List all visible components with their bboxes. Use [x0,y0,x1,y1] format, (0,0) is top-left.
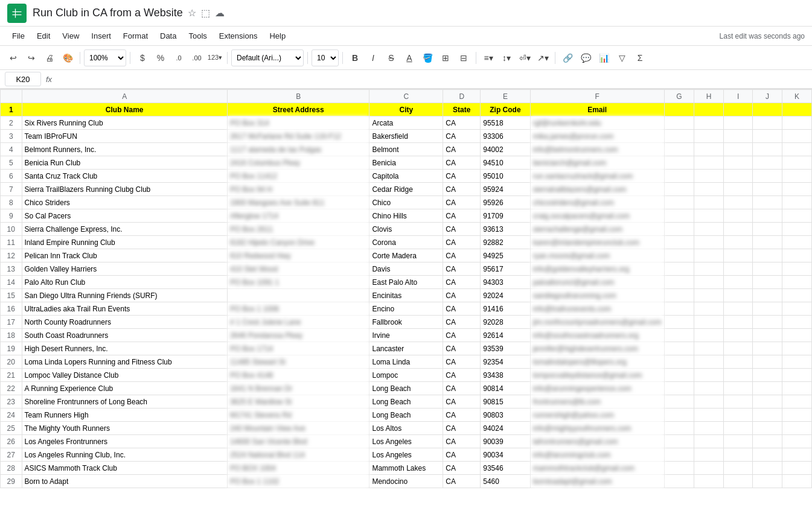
cell-i-12[interactable] [724,249,753,262]
decimal-up-button[interactable]: .00 [188,49,205,66]
cell-email-14[interactable]: paloaltoruncl@gmail.com [530,276,664,289]
cell-i-28[interactable] [724,462,753,475]
menu-extensions[interactable]: Extensions [214,29,263,43]
cell-i-27[interactable] [724,448,753,462]
cell-address-2[interactable]: PO Box 314 [227,116,369,130]
cell-j-12[interactable] [753,249,782,262]
cell-club-24[interactable]: Team Runners High [22,409,227,422]
menu-format[interactable]: Format [118,29,153,43]
cell-club-3[interactable]: Team IBProFUN [22,130,227,143]
cell-zip-7[interactable]: 95924 [481,183,530,196]
cell-email-7[interactable]: sierratrailblazers@gmail.com [530,183,664,196]
cell-g-5[interactable] [664,156,694,170]
cell-k-7[interactable] [782,183,811,196]
cell-state-15[interactable]: CA [443,289,481,302]
cell-k-17[interactable] [782,316,811,329]
cell-g-28[interactable] [664,462,694,475]
menu-data[interactable]: Data [155,29,181,43]
cell-email-19[interactable]: jennifer@highdesertrunners.com [530,342,664,355]
link-button[interactable]: 🔗 [559,49,576,66]
cell-state-5[interactable]: CA [443,156,481,170]
cell-club-6[interactable]: Santa Cruz Track Club [22,170,227,183]
cell-email-10[interactable]: sierrachallenge@gmail.com [530,223,664,236]
cell-g-29[interactable] [664,475,694,488]
cell-h-2[interactable] [694,116,724,130]
cell-g-11[interactable] [664,236,694,249]
undo-button[interactable]: ↩ [5,49,22,66]
cell-city-24[interactable]: Long Beach [369,409,443,422]
cell-address-3[interactable]: 2617 McFarlane Rd Suite 116-F12 [227,130,369,143]
cell-k-27[interactable] [782,448,811,462]
cell-city-2[interactable]: Arcata [369,116,443,130]
cell-zip-2[interactable]: 95518 [481,116,530,130]
cell-email-3[interactable]: mika.james@prorun.com [530,130,664,143]
chart-button[interactable]: 📊 [595,49,612,66]
cell-k-6[interactable] [782,170,811,183]
cell-state-12[interactable]: CA [443,249,481,262]
cell-club-17[interactable]: North County Roadrunners [22,316,227,329]
cell-j-28[interactable] [753,462,782,475]
cell-address-11[interactable]: 6182 Hijedo Canyon Drive [227,236,369,249]
cell-j-14[interactable] [753,276,782,289]
cell-k-28[interactable] [782,462,811,475]
col-header-j[interactable]: J [753,90,782,103]
col-header-g[interactable]: G [664,90,694,103]
cell-i1[interactable] [724,103,753,116]
zoom-select[interactable]: 100%75%125% [84,49,126,66]
cell-address-27[interactable]: 2524 National Blvd 114 [227,448,369,462]
cell-email-29[interactable]: borntoadapt@gmail.com [530,475,664,488]
cell-h-26[interactable] [694,435,724,448]
cell-club-5[interactable]: Benicia Run Club [22,156,227,170]
cell-club-23[interactable]: Shoreline Frontrunners of Long Beach [22,395,227,409]
cell-i-10[interactable] [724,223,753,236]
merge-cells-button[interactable]: ⊟ [455,49,472,66]
cell-zip-26[interactable]: 90039 [481,435,530,448]
cell-k-23[interactable] [782,395,811,409]
cell-email-5[interactable]: beniciarch@gmail.com [530,156,664,170]
menu-help[interactable]: Help [264,29,290,43]
cell-email-2[interactable]: rgf@runkernkohr.edu [530,116,664,130]
cell-club-26[interactable]: Los Angeles Frontrunners [22,435,227,448]
cell-h-18[interactable] [694,329,724,342]
cell-club-12[interactable]: Pelican Inn Track Club [22,249,227,262]
cell-state-17[interactable]: CA [443,316,481,329]
col-header-b[interactable]: B [227,90,369,103]
print-button[interactable]: 🖨 [41,49,58,66]
cell-g-23[interactable] [664,395,694,409]
cell-city-19[interactable]: Lancaster [369,342,443,355]
cell-i-25[interactable] [724,422,753,435]
cell-city-6[interactable]: Capitola [369,170,443,183]
cell-h1[interactable] [694,103,724,116]
cell-address-20[interactable]: 11485 Stewart St [227,355,369,369]
cell-zip-18[interactable]: 92614 [481,329,530,342]
cell-state-24[interactable]: CA [443,409,481,422]
cell-j-10[interactable] [753,223,782,236]
cell-city-15[interactable]: Encinitas [369,289,443,302]
col-header-k[interactable]: K [782,90,811,103]
cell-j-24[interactable] [753,409,782,422]
cell-g-17[interactable] [664,316,694,329]
cell-state-3[interactable]: CA [443,130,481,143]
menu-edit[interactable]: Edit [32,29,55,43]
cell-club-27[interactable]: Los Angeles Running Club, Inc. [22,448,227,462]
cell-i-20[interactable] [724,355,753,369]
formula-input[interactable] [57,72,807,86]
cell-address-6[interactable]: PO Box 11412 [227,170,369,183]
cell-k-20[interactable] [782,355,811,369]
cell-j-15[interactable] [753,289,782,302]
cell-email-20[interactable]: lomalindalopers@lllopers.org [530,355,664,369]
cell-zip-23[interactable]: 90815 [481,395,530,409]
col-header-a[interactable]: A [22,90,227,103]
col-header-f[interactable]: F [530,90,664,103]
cell-address-22[interactable]: 1641 N Brennan Dr [227,382,369,395]
cell-zip-13[interactable]: 95617 [481,262,530,276]
cell-i-8[interactable] [724,196,753,209]
cell-club-16[interactable]: UltraLadies aka Trail Run Events [22,302,227,316]
cell-g-16[interactable] [664,302,694,316]
cell-email-26[interactable]: lafrontrunners@gmail.com [530,435,664,448]
cell-g-20[interactable] [664,355,694,369]
cell-c1[interactable]: City [369,103,443,116]
cell-address-14[interactable]: PO Box 1091 1 [227,276,369,289]
cell-club-11[interactable]: Inland Empire Running Club [22,236,227,249]
cell-k-11[interactable] [782,236,811,249]
